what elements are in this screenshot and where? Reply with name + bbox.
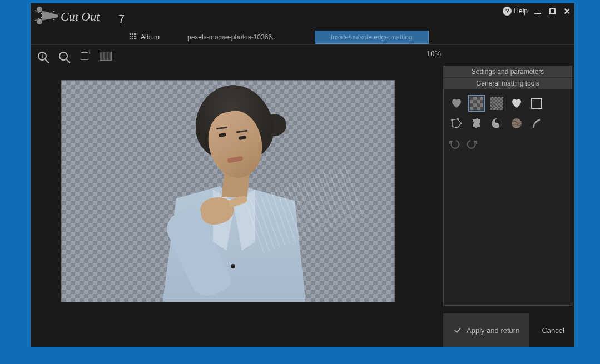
matting-tools-row: [444, 114, 572, 133]
app-logo: Cut Out 7: [31, 4, 128, 29]
help-label: Help: [514, 7, 528, 15]
action-buttons: Apply and return Cancel: [443, 313, 572, 347]
apply-label: Apply and return: [467, 326, 519, 335]
undo-button[interactable]: [448, 137, 462, 151]
heart-filled-icon: [450, 97, 463, 110]
maximize-icon: [549, 8, 556, 14]
window-controls: ? Help ✕: [503, 7, 571, 16]
help-button[interactable]: ? Help: [503, 7, 528, 16]
svg-point-0: [37, 7, 42, 12]
scissors-logo-icon: Cut Out 7: [34, 4, 128, 29]
zoom-out-icon: [59, 52, 68, 61]
swirl-icon: [490, 117, 503, 130]
fit-screen-icon: [81, 52, 88, 60]
minimize-icon: [534, 13, 541, 14]
tools-panel: Settings and parameters General matting …: [443, 66, 572, 306]
globe-icon: [510, 117, 523, 130]
puzzle-icon: [470, 117, 483, 130]
checker-small-icon: [490, 97, 503, 110]
secondary-bar: Album pexels-moose-photos-10366.. Inside…: [31, 30, 574, 45]
svg-point-2: [451, 119, 453, 121]
swirl-tool-button[interactable]: [488, 115, 505, 132]
apply-return-button[interactable]: Apply and return: [443, 313, 529, 347]
zoom-out-button[interactable]: [55, 48, 72, 64]
checker-med-icon: [470, 97, 483, 110]
preview-transparent-small-button[interactable]: [488, 95, 505, 112]
svg-point-4: [460, 122, 462, 124]
app-version-text: 7: [118, 13, 125, 25]
preview-solid-button[interactable]: [528, 95, 545, 112]
image-canvas[interactable]: [61, 80, 395, 302]
preview-original-button[interactable]: [448, 95, 465, 112]
heart-outline-icon: [510, 97, 523, 110]
svg-point-1: [37, 19, 42, 24]
side-panel: Settings and parameters General matting …: [441, 64, 574, 347]
zoom-in-icon: [38, 52, 47, 61]
redo-icon: [465, 137, 478, 151]
current-filename: pexels-moose-photos-10366..: [187, 33, 276, 41]
main-area: Settings and parameters General matting …: [31, 64, 574, 347]
polygon-tool-button[interactable]: [448, 115, 465, 132]
puzzle-tool-button[interactable]: [468, 115, 485, 132]
history-row: [444, 133, 572, 155]
check-icon: [453, 326, 462, 335]
canvas-container: [31, 64, 441, 347]
album-button[interactable]: Album: [130, 33, 160, 41]
settings-header[interactable]: Settings and parameters: [444, 66, 572, 78]
zoom-percentage: 10%: [427, 49, 441, 58]
film-icon: [100, 52, 112, 61]
zoom-toolbar: 10%: [31, 45, 574, 64]
matting-tools-header[interactable]: General matting tools: [444, 78, 572, 89]
zoom-in-button[interactable]: [34, 48, 51, 64]
square-outline-icon: [531, 98, 542, 109]
help-icon: ?: [503, 7, 512, 16]
preview-heart-outline-button[interactable]: [508, 95, 525, 112]
title-bar: Cut Out 7 ? Help ✕: [31, 3, 574, 30]
redo-button[interactable]: [465, 137, 478, 151]
cancel-button[interactable]: Cancel: [538, 314, 567, 347]
preview-mode-row: [444, 89, 572, 114]
feather-tool-button[interactable]: [528, 115, 545, 132]
album-label: Album: [141, 33, 160, 41]
undo-icon: [448, 137, 462, 151]
app-name-text: Cut Out: [61, 9, 100, 23]
close-button[interactable]: ✕: [562, 7, 571, 16]
close-icon: ✕: [563, 6, 571, 17]
preview-transparent-med-button[interactable]: [468, 95, 485, 112]
mode-indicator[interactable]: Inside/outside edge matting: [315, 31, 429, 44]
fit-screen-button[interactable]: [76, 48, 93, 64]
globe-tool-button[interactable]: [508, 115, 525, 132]
minimize-button[interactable]: [533, 7, 542, 16]
feather-icon: [530, 117, 543, 130]
polygon-icon: [450, 117, 463, 130]
album-grid-icon: [130, 33, 137, 41]
app-window: Cut Out 7 ? Help ✕ Album pexels-moose-ph…: [31, 3, 574, 347]
maximize-button[interactable]: [548, 7, 557, 16]
svg-point-3: [457, 118, 459, 120]
actual-pixels-button[interactable]: [97, 48, 114, 64]
